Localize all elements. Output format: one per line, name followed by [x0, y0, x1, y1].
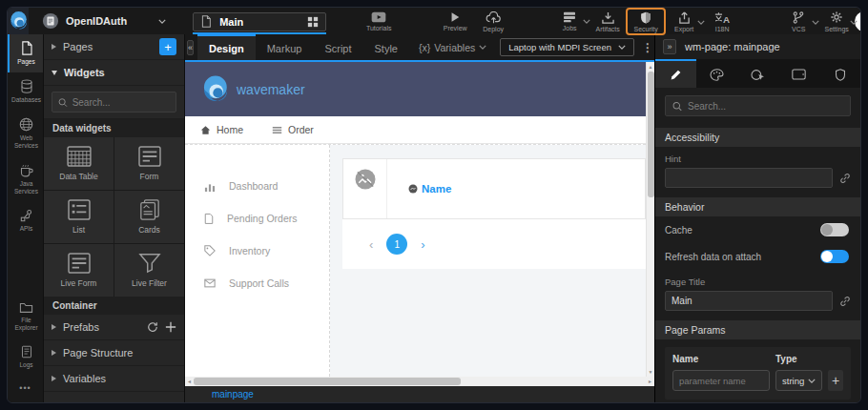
widget-tiles: Data Table Form List Cards Live Form — [44, 137, 184, 297]
active-page-name[interactable]: mainpage — [212, 389, 254, 400]
export-button[interactable]: Export — [666, 10, 702, 33]
tab-properties[interactable] — [655, 59, 696, 88]
rail-more-button[interactable]: ••• — [8, 376, 43, 402]
add-page-button[interactable]: + — [159, 38, 176, 55]
grid-icon[interactable] — [307, 16, 319, 28]
menu-item-inventory[interactable]: Inventory — [185, 235, 329, 267]
param-name-input[interactable] — [672, 370, 770, 391]
rail-item-file-explorer[interactable]: File Explorer — [8, 295, 43, 338]
page-title-input[interactable] — [665, 291, 833, 311]
rail-item-java-services[interactable]: Java Services — [8, 157, 43, 202]
security-button[interactable]: Security — [628, 10, 664, 33]
hint-input[interactable] — [665, 168, 833, 188]
jobs-icon — [563, 11, 576, 23]
device-selector[interactable]: Laptop with MDPI Screen — [500, 38, 634, 56]
refresh-data-toggle[interactable] — [820, 250, 849, 263]
tab-design[interactable]: Design — [197, 34, 256, 60]
bind-link-icon[interactable] — [839, 173, 851, 184]
tab-security[interactable] — [819, 59, 860, 88]
variables-dropdown[interactable]: {x} Variables — [409, 34, 496, 60]
property-search-input[interactable] — [688, 101, 843, 112]
prefabs-section-header[interactable]: Prefabs — [44, 315, 184, 340]
vcs-button[interactable]: VCS — [780, 10, 816, 33]
pages-section-header[interactable]: Pages + — [44, 34, 184, 60]
artifacts-icon — [602, 11, 614, 24]
search-icon — [58, 97, 68, 108]
scroll-up-arrow[interactable]: ▲ — [649, 62, 653, 72]
tab-script[interactable]: Script — [313, 34, 362, 60]
jobs-button[interactable]: Jobs — [551, 10, 588, 32]
rail-item-logs[interactable]: Logs — [8, 338, 43, 376]
center-region: « Design Markup Script Style {x} Variabl… — [185, 34, 654, 402]
pagination-next-button[interactable]: › — [421, 237, 424, 252]
widget-live-form[interactable]: Live Form — [44, 244, 114, 297]
widget-list[interactable]: List — [44, 191, 114, 243]
add-prefab-icon[interactable] — [165, 321, 176, 333]
page-structure-section-header[interactable]: Page Structure — [44, 340, 184, 366]
param-type-select[interactable]: string — [775, 370, 822, 391]
list-icon — [68, 199, 91, 220]
tag-icon — [204, 245, 216, 256]
scroll-down-arrow[interactable]: ▼ — [649, 367, 653, 377]
tab-device[interactable] — [778, 59, 819, 88]
rail-item-web-services[interactable]: Web Services — [8, 111, 43, 156]
accessibility-section-header[interactable]: Accessibility — [655, 128, 860, 147]
widget-data-table[interactable]: Data Table — [44, 137, 114, 190]
tutorials-button[interactable]: Tutorials — [361, 10, 397, 32]
menu-item-pending-orders[interactable]: Pending Orders — [185, 202, 329, 235]
menu-item-support-calls[interactable]: Support Calls — [185, 267, 329, 299]
tab-markup[interactable]: Markup — [256, 34, 314, 60]
widget-live-filter[interactable]: Live Filter — [114, 244, 184, 297]
nav-item-home[interactable]: Home — [200, 124, 243, 135]
behavior-section-header[interactable]: Behavior — [655, 197, 860, 216]
project-switcher[interactable]: OpenIDAuth — [29, 8, 176, 34]
list-item-body: Name — [387, 159, 645, 218]
refresh-icon[interactable] — [147, 321, 158, 333]
scroll-right-arrow[interactable]: ► — [646, 379, 654, 384]
collapse-right-panel-button[interactable]: » — [663, 39, 676, 54]
nav-item-order[interactable]: Order — [272, 124, 314, 135]
widget-search-input[interactable] — [72, 97, 170, 108]
variables-section-header[interactable]: Variables — [44, 366, 184, 392]
list-item[interactable]: Name — [342, 158, 646, 219]
horizontal-scroll-thumb[interactable] — [194, 378, 461, 385]
tab-styles[interactable] — [696, 59, 737, 88]
menu-item-dashboard[interactable]: Dashboard — [185, 170, 329, 202]
bind-link-icon[interactable] — [839, 296, 851, 307]
add-param-button[interactable]: + — [828, 370, 843, 391]
rail-item-databases[interactable]: Databases — [8, 72, 43, 111]
pagination-prev-button[interactable]: ‹ — [369, 237, 373, 252]
pagination-page-1[interactable]: 1 — [386, 234, 407, 255]
deploy-button[interactable]: Deploy — [475, 10, 511, 33]
cache-toggle[interactable] — [820, 223, 849, 236]
page-tab-main[interactable]: Main — [193, 12, 326, 31]
wavemaker-logo[interactable] — [8, 8, 29, 34]
properties-panel-tabs — [655, 59, 860, 88]
widget-form[interactable]: Form — [114, 137, 184, 190]
canvas-vertical-scrollbar[interactable]: ▲ ▼ — [646, 62, 654, 377]
topbar: OpenIDAuth Main Tutorials Preview Deploy — [8, 8, 860, 34]
collapse-left-panel-button[interactable]: « — [187, 40, 194, 55]
vertical-scroll-thumb[interactable] — [648, 72, 654, 197]
tab-style[interactable]: Style — [363, 34, 409, 60]
artifacts-button[interactable]: Artifacts — [589, 10, 626, 33]
chevron-down-icon — [618, 45, 626, 50]
property-search-box — [665, 95, 851, 116]
widget-search-box — [52, 92, 176, 113]
scroll-left-arrow[interactable]: ◄ — [185, 379, 194, 384]
tab-events[interactable] — [737, 59, 778, 88]
rail-item-apis[interactable]: APIs — [8, 202, 43, 239]
preview-button[interactable]: Preview — [437, 10, 473, 32]
pages-icon — [20, 41, 33, 55]
page-params-section-header[interactable]: Page Params — [655, 320, 860, 339]
canvas-horizontal-scrollbar[interactable]: ◄ ► — [185, 377, 654, 386]
caret-down-icon — [52, 71, 57, 75]
rail-item-pages[interactable]: Pages — [8, 34, 43, 72]
widgets-section-header[interactable]: Widgets — [44, 60, 184, 86]
i18n-button[interactable]: A I18N — [704, 10, 740, 33]
settings-button[interactable]: Settings — [818, 9, 855, 33]
page-content: Dashboard Pending Orders Inventory — [185, 144, 646, 377]
widget-cards[interactable]: Cards — [114, 191, 184, 243]
page-title-field: Page Title — [655, 270, 860, 315]
cache-label: Cache — [665, 225, 692, 236]
